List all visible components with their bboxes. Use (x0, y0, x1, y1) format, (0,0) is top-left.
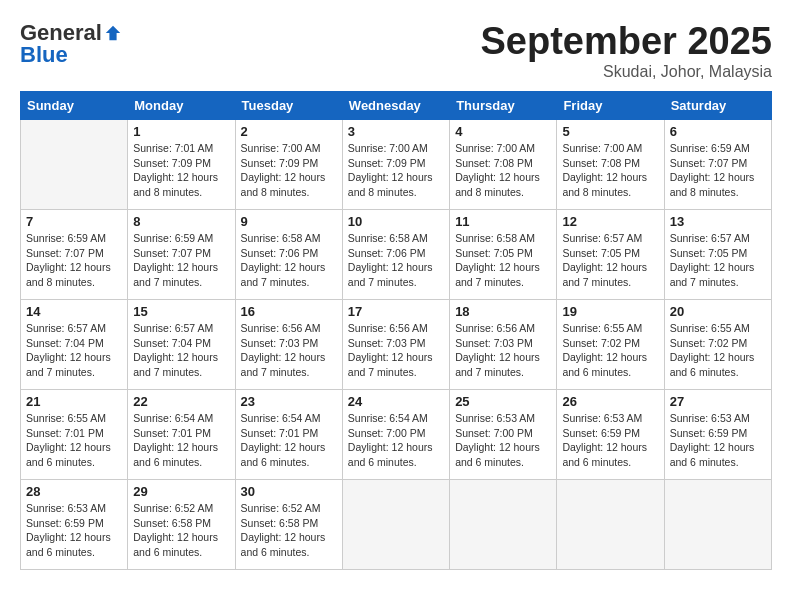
calendar-cell: 20Sunrise: 6:55 AMSunset: 7:02 PMDayligh… (664, 300, 771, 390)
day-number: 1 (133, 124, 229, 139)
calendar-cell: 29Sunrise: 6:52 AMSunset: 6:58 PMDayligh… (128, 480, 235, 570)
logo-blue-text: Blue (20, 42, 68, 68)
week-row-4: 21Sunrise: 6:55 AMSunset: 7:01 PMDayligh… (21, 390, 772, 480)
day-number: 29 (133, 484, 229, 499)
calendar-cell: 23Sunrise: 6:54 AMSunset: 7:01 PMDayligh… (235, 390, 342, 480)
day-number: 17 (348, 304, 444, 319)
calendar-cell: 14Sunrise: 6:57 AMSunset: 7:04 PMDayligh… (21, 300, 128, 390)
calendar-cell: 7Sunrise: 6:59 AMSunset: 7:07 PMDaylight… (21, 210, 128, 300)
day-number: 26 (562, 394, 658, 409)
day-number: 28 (26, 484, 122, 499)
day-info: Sunrise: 6:59 AMSunset: 7:07 PMDaylight:… (133, 231, 229, 290)
day-info: Sunrise: 6:58 AMSunset: 7:06 PMDaylight:… (348, 231, 444, 290)
week-row-1: 1Sunrise: 7:01 AMSunset: 7:09 PMDaylight… (21, 120, 772, 210)
calendar-cell (557, 480, 664, 570)
day-number: 18 (455, 304, 551, 319)
day-info: Sunrise: 6:59 AMSunset: 7:07 PMDaylight:… (26, 231, 122, 290)
day-info: Sunrise: 6:53 AMSunset: 6:59 PMDaylight:… (26, 501, 122, 560)
calendar-cell (664, 480, 771, 570)
day-number: 20 (670, 304, 766, 319)
day-info: Sunrise: 6:54 AMSunset: 7:01 PMDaylight:… (133, 411, 229, 470)
calendar-cell: 30Sunrise: 6:52 AMSunset: 6:58 PMDayligh… (235, 480, 342, 570)
calendar-cell: 5Sunrise: 7:00 AMSunset: 7:08 PMDaylight… (557, 120, 664, 210)
day-info: Sunrise: 6:57 AMSunset: 7:04 PMDaylight:… (26, 321, 122, 380)
calendar-cell: 6Sunrise: 6:59 AMSunset: 7:07 PMDaylight… (664, 120, 771, 210)
day-info: Sunrise: 6:55 AMSunset: 7:02 PMDaylight:… (562, 321, 658, 380)
location-subtitle: Skudai, Johor, Malaysia (481, 63, 773, 81)
day-info: Sunrise: 7:00 AMSunset: 7:09 PMDaylight:… (241, 141, 337, 200)
day-number: 22 (133, 394, 229, 409)
day-number: 10 (348, 214, 444, 229)
title-block: September 2025 Skudai, Johor, Malaysia (481, 20, 773, 81)
day-number: 5 (562, 124, 658, 139)
day-info: Sunrise: 6:56 AMSunset: 7:03 PMDaylight:… (241, 321, 337, 380)
day-info: Sunrise: 6:55 AMSunset: 7:01 PMDaylight:… (26, 411, 122, 470)
day-info: Sunrise: 6:57 AMSunset: 7:05 PMDaylight:… (562, 231, 658, 290)
day-number: 3 (348, 124, 444, 139)
day-number: 14 (26, 304, 122, 319)
calendar-cell: 8Sunrise: 6:59 AMSunset: 7:07 PMDaylight… (128, 210, 235, 300)
col-header-friday: Friday (557, 92, 664, 120)
page-header: General Blue September 2025 Skudai, Joho… (20, 20, 772, 81)
day-number: 8 (133, 214, 229, 229)
day-number: 4 (455, 124, 551, 139)
calendar-cell: 22Sunrise: 6:54 AMSunset: 7:01 PMDayligh… (128, 390, 235, 480)
day-number: 16 (241, 304, 337, 319)
day-number: 11 (455, 214, 551, 229)
logo-icon (104, 24, 122, 42)
day-number: 24 (348, 394, 444, 409)
day-info: Sunrise: 7:00 AMSunset: 7:08 PMDaylight:… (562, 141, 658, 200)
day-info: Sunrise: 6:59 AMSunset: 7:07 PMDaylight:… (670, 141, 766, 200)
calendar-cell: 18Sunrise: 6:56 AMSunset: 7:03 PMDayligh… (450, 300, 557, 390)
day-number: 15 (133, 304, 229, 319)
day-info: Sunrise: 6:56 AMSunset: 7:03 PMDaylight:… (455, 321, 551, 380)
day-info: Sunrise: 6:52 AMSunset: 6:58 PMDaylight:… (241, 501, 337, 560)
week-row-2: 7Sunrise: 6:59 AMSunset: 7:07 PMDaylight… (21, 210, 772, 300)
calendar-cell: 13Sunrise: 6:57 AMSunset: 7:05 PMDayligh… (664, 210, 771, 300)
col-header-monday: Monday (128, 92, 235, 120)
calendar-cell (21, 120, 128, 210)
calendar-cell: 21Sunrise: 6:55 AMSunset: 7:01 PMDayligh… (21, 390, 128, 480)
day-number: 6 (670, 124, 766, 139)
day-info: Sunrise: 6:53 AMSunset: 6:59 PMDaylight:… (562, 411, 658, 470)
calendar-cell: 11Sunrise: 6:58 AMSunset: 7:05 PMDayligh… (450, 210, 557, 300)
calendar-cell: 17Sunrise: 6:56 AMSunset: 7:03 PMDayligh… (342, 300, 449, 390)
calendar-cell: 25Sunrise: 6:53 AMSunset: 7:00 PMDayligh… (450, 390, 557, 480)
day-number: 19 (562, 304, 658, 319)
day-info: Sunrise: 6:53 AMSunset: 6:59 PMDaylight:… (670, 411, 766, 470)
col-header-sunday: Sunday (21, 92, 128, 120)
day-info: Sunrise: 7:00 AMSunset: 7:09 PMDaylight:… (348, 141, 444, 200)
calendar-cell: 1Sunrise: 7:01 AMSunset: 7:09 PMDaylight… (128, 120, 235, 210)
calendar-table: SundayMondayTuesdayWednesdayThursdayFrid… (20, 91, 772, 570)
day-info: Sunrise: 7:01 AMSunset: 7:09 PMDaylight:… (133, 141, 229, 200)
day-number: 27 (670, 394, 766, 409)
calendar-cell: 15Sunrise: 6:57 AMSunset: 7:04 PMDayligh… (128, 300, 235, 390)
calendar-cell: 16Sunrise: 6:56 AMSunset: 7:03 PMDayligh… (235, 300, 342, 390)
calendar-cell: 28Sunrise: 6:53 AMSunset: 6:59 PMDayligh… (21, 480, 128, 570)
week-row-5: 28Sunrise: 6:53 AMSunset: 6:59 PMDayligh… (21, 480, 772, 570)
calendar-cell (342, 480, 449, 570)
logo: General Blue (20, 20, 122, 68)
day-info: Sunrise: 6:58 AMSunset: 7:05 PMDaylight:… (455, 231, 551, 290)
calendar-cell: 9Sunrise: 6:58 AMSunset: 7:06 PMDaylight… (235, 210, 342, 300)
day-number: 21 (26, 394, 122, 409)
col-header-saturday: Saturday (664, 92, 771, 120)
day-info: Sunrise: 6:57 AMSunset: 7:05 PMDaylight:… (670, 231, 766, 290)
calendar-cell: 10Sunrise: 6:58 AMSunset: 7:06 PMDayligh… (342, 210, 449, 300)
day-number: 7 (26, 214, 122, 229)
calendar-cell: 24Sunrise: 6:54 AMSunset: 7:00 PMDayligh… (342, 390, 449, 480)
day-info: Sunrise: 6:58 AMSunset: 7:06 PMDaylight:… (241, 231, 337, 290)
day-info: Sunrise: 6:54 AMSunset: 7:01 PMDaylight:… (241, 411, 337, 470)
col-header-wednesday: Wednesday (342, 92, 449, 120)
day-number: 25 (455, 394, 551, 409)
col-header-tuesday: Tuesday (235, 92, 342, 120)
calendar-cell: 26Sunrise: 6:53 AMSunset: 6:59 PMDayligh… (557, 390, 664, 480)
day-number: 23 (241, 394, 337, 409)
calendar-cell: 4Sunrise: 7:00 AMSunset: 7:08 PMDaylight… (450, 120, 557, 210)
week-row-3: 14Sunrise: 6:57 AMSunset: 7:04 PMDayligh… (21, 300, 772, 390)
calendar-cell: 27Sunrise: 6:53 AMSunset: 6:59 PMDayligh… (664, 390, 771, 480)
calendar-header-row: SundayMondayTuesdayWednesdayThursdayFrid… (21, 92, 772, 120)
calendar-cell: 3Sunrise: 7:00 AMSunset: 7:09 PMDaylight… (342, 120, 449, 210)
calendar-cell: 12Sunrise: 6:57 AMSunset: 7:05 PMDayligh… (557, 210, 664, 300)
day-info: Sunrise: 6:55 AMSunset: 7:02 PMDaylight:… (670, 321, 766, 380)
